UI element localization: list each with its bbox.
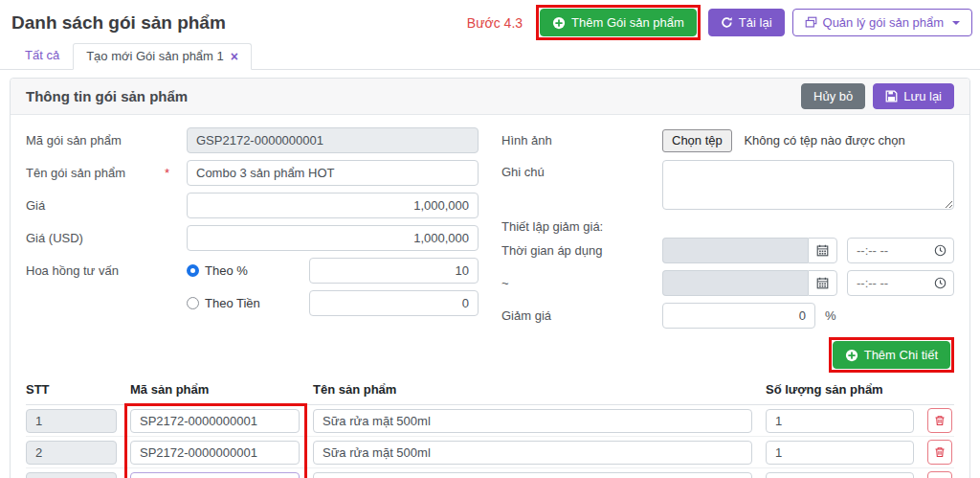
delete-row-button[interactable] — [927, 471, 952, 478]
radio-by-percent[interactable]: Theo % — [187, 263, 309, 278]
table-body — [26, 405, 954, 478]
commission-label: Hoa hồng tư vấn — [26, 263, 187, 278]
form-row-apply-from: Thời gian áp dụng — [501, 238, 954, 263]
form-row-discount: Giảm giá % — [501, 303, 954, 329]
tab-all[interactable]: Tất cả — [11, 42, 73, 69]
form-row-commission-money: Theo Tiền — [26, 290, 479, 316]
choose-file-button[interactable]: Chọn tệp — [662, 129, 732, 152]
add-detail-button[interactable]: Thêm Chi tiết — [833, 341, 950, 369]
plus-circle-icon — [552, 16, 566, 30]
product-name-input[interactable] — [313, 409, 752, 433]
commission-percent-input[interactable] — [309, 258, 479, 284]
stt-input[interactable] — [26, 441, 117, 465]
delete-row-button[interactable] — [927, 440, 952, 465]
caret-down-icon — [952, 21, 960, 25]
panel-title: Thông tin gói sản phẩm — [26, 88, 188, 104]
refresh-icon — [721, 16, 733, 29]
quantity-input[interactable] — [766, 441, 914, 465]
header-product-code: Mã sản phẩm — [130, 382, 300, 397]
apply-time-from-input[interactable] — [847, 238, 954, 263]
calendar-from-button[interactable] — [808, 238, 837, 263]
discount-unit: % — [825, 308, 836, 323]
trash-icon — [934, 446, 946, 458]
product-code-input[interactable] — [130, 409, 300, 433]
tab-create-package[interactable]: Tạo mới Gói sản phẩm 1 × — [73, 43, 252, 70]
add-package-label: Thêm Gói sản phẩm — [571, 15, 684, 30]
save-button[interactable]: Lưu lại — [873, 83, 954, 109]
date-from-group — [662, 238, 837, 263]
product-name-input[interactable] — [313, 441, 752, 465]
apply-date-from-input[interactable] — [662, 238, 808, 263]
product-name-input[interactable] — [313, 472, 752, 478]
save-label: Lưu lại — [903, 89, 942, 103]
close-icon[interactable]: × — [231, 50, 238, 63]
table-row — [26, 468, 954, 478]
no-file-text: Không có tệp nào được chọn — [744, 133, 904, 148]
form-row-apply-to: ~ — [501, 270, 954, 296]
product-code-input[interactable] — [130, 472, 300, 478]
add-package-button[interactable]: Thêm Gói sản phẩm — [540, 9, 697, 36]
window-restore-icon — [805, 16, 817, 29]
step-label: Bước 4.3 — [467, 15, 523, 31]
header-product-name: Tên sản phẩm — [313, 382, 752, 397]
quantity-input[interactable] — [766, 409, 914, 433]
by-money-label: Theo Tiền — [205, 296, 260, 310]
form-row-commission-percent: Hoa hồng tư vấn Theo % — [26, 258, 479, 284]
required-asterisk: * — [165, 166, 169, 180]
radio-by-money[interactable]: Theo Tiền — [187, 296, 309, 310]
file-input-group: Chọn tệp Không có tệp nào được chọn — [662, 129, 905, 152]
cancel-button[interactable]: Hủy bỏ — [801, 83, 865, 109]
top-actions: Bước 4.3 Thêm Gói sản phẩm Tải lại Quản … — [467, 5, 972, 40]
package-code-input[interactable] — [187, 127, 479, 153]
trash-icon — [934, 415, 946, 426]
quantity-input[interactable] — [766, 472, 914, 478]
form-row-code: Mã gói sản phẩm — [26, 127, 479, 153]
package-name-input[interactable] — [187, 160, 479, 186]
stt-input[interactable] — [26, 472, 117, 478]
save-icon — [885, 90, 898, 102]
panel-actions: Hủy bỏ Lưu lại — [801, 83, 954, 109]
add-detail-label: Thêm Chi tiết — [864, 348, 938, 362]
add-detail-row: Thêm Chi tiết — [26, 337, 954, 373]
details-table: STT Mã sản phẩm Tên sản phẩm Số lượng sả… — [26, 377, 954, 478]
apply-time-label: Thời gian áp dụng — [501, 243, 662, 258]
manage-packages-label: Quản lý gói sản phẩm — [823, 15, 944, 30]
stt-input[interactable] — [26, 409, 117, 433]
note-textarea[interactable] — [662, 160, 954, 210]
tab-all-label: Tất cả — [25, 48, 59, 62]
annotation-box-add-detail: Thêm Chi tiết — [829, 337, 954, 373]
product-code-input[interactable] — [130, 441, 300, 465]
reload-label: Tải lại — [739, 15, 772, 30]
apply-date-to-input[interactable] — [662, 270, 808, 296]
manage-packages-button[interactable]: Quản lý gói sản phẩm — [792, 9, 972, 36]
image-label: Hình ảnh — [501, 133, 662, 148]
calendar-icon — [816, 244, 829, 257]
table-header: STT Mã sản phẩm Tên sản phẩm Số lượng sả… — [26, 377, 954, 405]
form-right-column: Hình ảnh Chọn tệp Không có tệp nào được … — [501, 127, 954, 335]
tab-bar: Tất cả Tạo mới Gói sản phẩm 1 × — [0, 42, 980, 70]
price-usd-label: Giá (USD) — [26, 231, 187, 245]
panel-body: Mã gói sản phẩm Tên gói sản phẩm * Giá G… — [11, 115, 969, 478]
tilde-label: ~ — [501, 276, 662, 290]
form-row-name: Tên gói sản phẩm * — [26, 160, 479, 186]
discount-input[interactable] — [662, 303, 815, 329]
reload-button[interactable]: Tải lại — [708, 9, 785, 36]
header-stt: STT — [26, 382, 117, 397]
note-label: Ghi chú — [501, 160, 662, 179]
form-row-image: Hình ảnh Chọn tệp Không có tệp nào được … — [501, 127, 954, 153]
delete-row-button[interactable] — [927, 408, 952, 433]
apply-time-to-input[interactable] — [847, 270, 954, 296]
form-row-price-usd: Giá (USD) — [26, 225, 479, 251]
code-label: Mã gói sản phẩm — [26, 133, 187, 148]
price-input[interactable] — [187, 193, 479, 218]
price-usd-input[interactable] — [187, 225, 479, 251]
radio-checked-icon — [187, 264, 199, 277]
calendar-to-button[interactable] — [808, 270, 837, 296]
panel-header: Thông tin gói sản phẩm Hủy bỏ Lưu lại — [11, 79, 969, 115]
price-label: Giá — [26, 198, 187, 213]
commission-money-input[interactable] — [309, 290, 479, 316]
calendar-icon — [816, 277, 829, 289]
package-info-panel: Thông tin gói sản phẩm Hủy bỏ Lưu lại Mã… — [10, 78, 970, 478]
date-to-group — [662, 270, 837, 296]
discount-section-label: Thiết lập giảm giá: — [501, 216, 954, 236]
